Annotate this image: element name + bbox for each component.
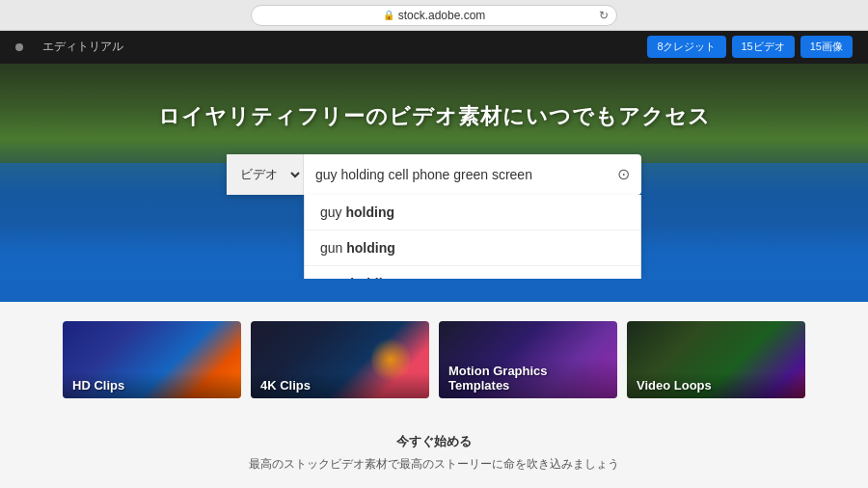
site-header: エディトリアル 8クレジット 15ビデオ 15画像 [0,31,868,64]
lock-icon: 🔒 [383,10,394,20]
image-button[interactable]: 15画像 [800,36,853,58]
nav-editorial-link[interactable]: エディトリアル [42,39,123,55]
credit-button[interactable]: 8クレジット [647,36,725,58]
url-text: stock.adobe.com [398,9,486,22]
categories-grid: HD Clips 4K Clips Motion Graphics Templa… [15,321,853,398]
address-bar[interactable]: 🔒 stock.adobe.com ↻ [251,5,617,26]
search-type-select[interactable]: ビデオ [227,154,304,195]
reload-icon[interactable]: ↻ [599,9,609,22]
video-button[interactable]: 15ビデオ [732,36,795,58]
header-actions: 8クレジット 15ビデオ 15画像 [647,36,853,58]
hero-section: ロイヤリティフリーのビデオ素材にいつでもアクセス ビデオ ⊙ guy holdi… [0,64,868,280]
dropdown-item-2[interactable]: gun holding [305,230,640,266]
camera-icon: ⊙ [617,166,630,182]
bottom-section: 今すぐ始める 最高のストックビデオ素材で最高のストーリーに命を吹き込みましょう [0,418,868,488]
category-card-motion-graphics[interactable]: Motion Graphics Templates [439,321,617,398]
search-dropdown: guy holding gun holding gum holding buy … [304,195,641,280]
hero-title: ロイヤリティフリーのビデオ素材にいつでもアクセス [158,102,711,131]
browser-chrome: 🔒 stock.adobe.com ↻ [0,0,868,31]
site-wrapper: エディトリアル 8クレジット 15ビデオ 15画像 ロイヤリティフリーのビデオ素… [0,31,868,488]
card-label-4k-clips: 4K Clips [251,372,429,398]
camera-search-button[interactable]: ⊙ [606,165,641,183]
category-card-video-loops[interactable]: Video Loops [627,321,805,398]
category-card-hd-clips[interactable]: HD Clips [63,321,241,398]
category-card-4k-clips[interactable]: 4K Clips [251,321,429,398]
adobe-logo-icon [15,43,23,51]
card-label-hd-clips: HD Clips [63,372,241,398]
dropdown-text-1: guy holding [320,204,394,220]
dropdown-text-2: gun holding [320,240,395,256]
bottom-title: 今すぐ始める [15,433,853,450]
categories-section: HD Clips 4K Clips Motion Graphics Templa… [0,302,868,418]
bottom-subtitle: 最高のストックビデオ素材で最高のストーリーに命を吹き込みましょう [15,456,853,473]
search-input[interactable] [304,154,606,195]
card-label-video-loops: Video Loops [627,372,805,398]
search-container: ビデオ ⊙ guy holding gun holding gum holdin… [227,154,641,195]
dropdown-item-1[interactable]: guy holding [305,195,640,230]
search-bar: ビデオ ⊙ [227,154,641,195]
header-nav: エディトリアル [15,39,123,55]
dropdown-item-3[interactable]: gum holding [305,266,640,280]
dropdown-text-3: gum holding [320,276,399,280]
blue-band [0,279,868,302]
card-label-motion-graphics: Motion Graphics Templates [439,358,617,398]
